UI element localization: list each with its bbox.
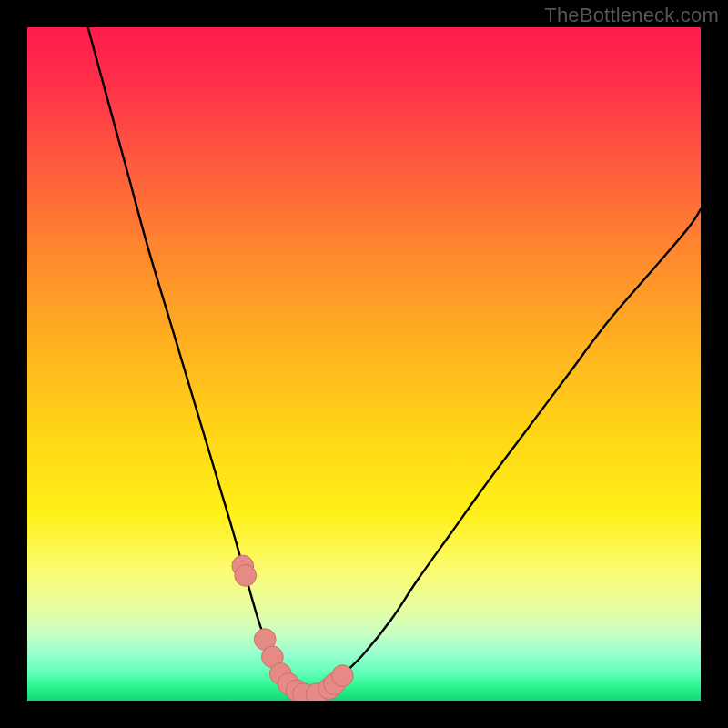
- chart-svg: [27, 27, 701, 701]
- chart-frame: TheBottleneck.com: [0, 0, 728, 728]
- data-marker: [331, 665, 353, 687]
- chart-plot-area: [27, 27, 701, 701]
- data-marker: [235, 565, 257, 587]
- marker-group: [232, 555, 353, 701]
- right-curve: [303, 209, 701, 694]
- watermark-text: TheBottleneck.com: [544, 4, 719, 27]
- left-curve: [88, 27, 304, 694]
